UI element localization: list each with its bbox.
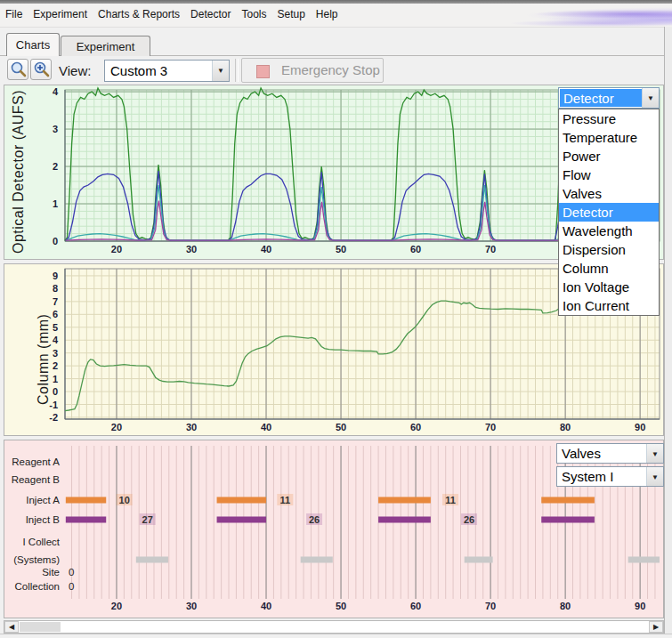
timeline-bar-label: 26 [464, 514, 474, 525]
dropdown-option-pressure[interactable]: Pressure [559, 109, 659, 128]
timeline-bar-label: 11 [445, 495, 456, 505]
detector-axis-title: Optical Detector (AUFS) [11, 90, 27, 254]
timeline-row-label: Reagent B [12, 474, 61, 485]
svg-text:2: 2 [53, 360, 58, 371]
svg-text:60: 60 [410, 601, 421, 611]
menu-item-file[interactable]: File [0, 4, 28, 24]
dropdown-option-detector[interactable]: Detector [559, 203, 659, 222]
dropdown-option-column[interactable]: Column [559, 259, 659, 278]
menu-bar: FileExperimentCharts & ReportsDetectorTo… [0, 4, 672, 28]
dropdown-option-ion-voltage[interactable]: Ion Voltage [559, 278, 659, 296]
toolbar-separator [235, 59, 239, 82]
zoom-out-icon [8, 60, 29, 81]
chevron-down-icon[interactable]: ▼ [212, 61, 229, 81]
svg-text:5: 5 [53, 322, 58, 333]
svg-text:60: 60 [410, 422, 421, 432]
horizontal-scrollbar[interactable]: ◀ ▶ [4, 620, 664, 634]
timeline-row-value: 0 [69, 581, 74, 592]
menu-item-detector[interactable]: Detector [185, 4, 236, 24]
valves-view-combo[interactable]: Valves ▼ [556, 443, 664, 464]
svg-text:70: 70 [485, 601, 496, 611]
chevron-down-icon[interactable]: ▼ [646, 444, 663, 463]
timeline-bar [541, 517, 595, 523]
svg-text:90: 90 [635, 601, 645, 611]
svg-text:1: 1 [53, 374, 58, 384]
scrollbar-thumb[interactable] [20, 622, 61, 632]
zoom-out-button[interactable] [7, 59, 28, 80]
timeline-row-label: Inject B [26, 514, 61, 525]
timeline-bar [628, 557, 660, 563]
system-combo[interactable]: System I ▼ [556, 466, 664, 487]
scroll-left-arrow[interactable]: ◀ [4, 621, 19, 633]
menu-item-tools[interactable]: Tools [236, 4, 271, 24]
svg-text:-2: -2 [49, 412, 58, 423]
system-combo-value: System I [562, 469, 613, 484]
view-label: View: [59, 63, 91, 78]
tab-bar: Charts Experiment [0, 27, 672, 56]
column-position [65, 300, 567, 410]
timeline-bar [541, 497, 595, 504]
svg-text:3: 3 [53, 124, 58, 134]
dropdown-option-valves[interactable]: Valves [559, 184, 659, 203]
timeline-bar [66, 497, 106, 504]
detector-signal-combo[interactable]: Detector ▼ [558, 87, 660, 109]
detector-signal-dropdown-list: PressureTemperaturePowerFlowValvesDetect… [558, 109, 660, 316]
timeline-bar-label: 10 [119, 495, 130, 505]
svg-text:0: 0 [53, 386, 58, 397]
svg-text:2: 2 [53, 161, 58, 172]
svg-text:50: 50 [336, 422, 346, 432]
menu-item-help[interactable]: Help [311, 4, 344, 24]
timeline-row-label: Reagent A [12, 456, 60, 467]
dropdown-option-power[interactable]: Power [559, 147, 659, 166]
column-axis-title: Column (mm) [36, 314, 52, 405]
timeline-bar [378, 517, 431, 523]
timeline-bar [66, 517, 106, 523]
menu-item-setup[interactable]: Setup [271, 4, 310, 24]
tab-experiment[interactable]: Experiment [61, 36, 150, 56]
timeline-row-label: I Collect [22, 537, 60, 547]
view-combo-value: Custom 3 [110, 63, 167, 78]
svg-text:0: 0 [53, 236, 58, 246]
toolbar: View: Custom 3 ▼ Emergency Stop [0, 56, 664, 85]
view-combo[interactable]: Custom 3 ▼ [104, 60, 230, 82]
menu-item-charts-reports[interactable]: Charts & Reports [93, 4, 185, 24]
timeline-row-label: Site [42, 567, 60, 577]
dropdown-option-temperature[interactable]: Temperature [559, 128, 659, 147]
timeline-bar [136, 557, 168, 563]
svg-text:40: 40 [261, 422, 271, 432]
emergency-stop-label: Emergency Stop [281, 62, 380, 77]
dropdown-option-flow[interactable]: Flow [559, 166, 659, 184]
right-edge-strip [664, 27, 672, 638]
scroll-right-arrow[interactable]: ▶ [649, 621, 663, 633]
dropdown-option-ion-current[interactable]: Ion Current [559, 296, 659, 315]
valves-view-combo-value: Valves [562, 446, 601, 461]
svg-text:4: 4 [53, 335, 59, 345]
svg-text:4: 4 [53, 86, 59, 97]
detector-signal-combo-value: Detector [560, 89, 643, 107]
window-bottom-border [0, 634, 672, 638]
dropdown-option-wavelength[interactable]: Wavelength [559, 222, 659, 240]
timeline-bar-label: 11 [279, 495, 290, 505]
chevron-down-icon[interactable]: ▼ [646, 467, 663, 486]
svg-text:8: 8 [53, 283, 58, 294]
svg-text:1: 1 [53, 198, 58, 209]
svg-text:70: 70 [485, 422, 496, 432]
timeline-row-label: Collection [15, 581, 61, 592]
emergency-stop-button[interactable]: Emergency Stop [241, 58, 384, 83]
svg-text:50: 50 [336, 244, 346, 254]
zoom-in-button[interactable] [30, 59, 52, 80]
menu-item-experiment[interactable]: Experiment [28, 4, 93, 24]
svg-text:30: 30 [186, 422, 197, 432]
chevron-down-icon[interactable]: ▼ [642, 88, 659, 108]
svg-text:40: 40 [261, 601, 271, 611]
timeline-bar [217, 497, 266, 504]
timeline-bar [378, 497, 431, 504]
svg-text:20: 20 [111, 244, 122, 254]
timeline-row-label: Inject A [26, 495, 60, 505]
svg-text:30: 30 [186, 601, 197, 611]
svg-text:20: 20 [111, 601, 122, 611]
timeline-row-label: (Systems) [13, 554, 60, 565]
tab-charts[interactable]: Charts [6, 33, 60, 56]
timeline-bar-label: 27 [142, 514, 153, 525]
dropdown-option-dispersion[interactable]: Dispersion [559, 240, 659, 259]
